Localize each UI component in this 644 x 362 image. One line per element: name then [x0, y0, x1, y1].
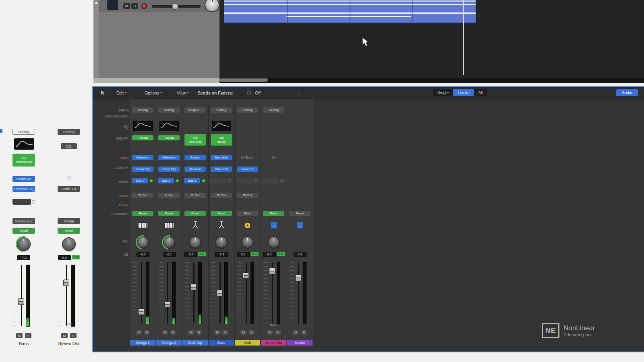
input-slot[interactable]: Sculpt. — [184, 155, 206, 160]
pan-knob[interactable] — [17, 237, 31, 251]
fader-cap[interactable] — [243, 272, 249, 279]
volume-db-value[interactable]: -6.1 — [137, 252, 149, 257]
midi-fx-slot[interactable]: Transposer — [15, 160, 33, 165]
automation-mode-button[interactable]: Read — [58, 228, 80, 234]
sends-on-faders-value[interactable]: Off — [255, 90, 261, 95]
automation-mode-button[interactable]: Read — [263, 211, 284, 216]
input-slot[interactable]: Mellotron — [158, 155, 180, 160]
solo-button[interactable]: S — [248, 330, 255, 335]
channel-setting-button[interactable]: Sculptur… — [184, 107, 206, 113]
channel-name[interactable]: Scul. Arp — [182, 340, 208, 346]
mute-button[interactable]: M — [214, 330, 220, 335]
mute-button[interactable]: M — [61, 333, 68, 338]
automation-mode-button[interactable]: Read — [158, 211, 180, 216]
input-slot[interactable] — [261, 155, 287, 160]
pan-knob[interactable] — [268, 237, 280, 248]
midi-fx-slot[interactable]: Arp — [193, 136, 198, 140]
mute-button[interactable]: M — [293, 330, 299, 335]
audio-fx-slot[interactable]: Channel EQ — [12, 186, 35, 192]
fader-track[interactable] — [167, 262, 168, 323]
fader-cap[interactable] — [18, 298, 24, 305]
audio-fx-slot[interactable]: Chan EQ — [158, 167, 180, 172]
mic-stand-icon[interactable] — [217, 220, 226, 230]
volume-db-value[interactable]: -7.2 — [17, 255, 30, 260]
send-slot[interactable]: Bus 1 — [184, 178, 200, 183]
output-arrow-icon[interactable]: → — [271, 222, 277, 228]
automation-mode-button[interactable]: Read — [12, 228, 35, 234]
fader-cap[interactable] — [269, 268, 275, 274]
audio-fx-slot[interactable]: Chan EQ — [211, 167, 232, 172]
fader-cap[interactable] — [63, 280, 69, 286]
bounce-button[interactable]: Bnce — [261, 323, 287, 327]
audio-fx-slot[interactable]: Space D — [237, 167, 258, 172]
solo-button[interactable]: S — [70, 333, 77, 338]
fader-cap[interactable] — [164, 301, 170, 308]
volume-db-value[interactable]: -3.7 — [184, 252, 197, 257]
eq-thumbnail[interactable] — [212, 121, 231, 131]
audio-fx-slot[interactable]: Audio FX — [58, 186, 80, 192]
segment-tracks[interactable]: Tracks — [453, 89, 474, 96]
channel-name[interactable]: Strings 1 — [130, 340, 155, 346]
mute-button[interactable]: M — [162, 330, 168, 335]
channel-setting-button[interactable]: Setting — [211, 107, 232, 113]
pan-knob[interactable] — [62, 237, 76, 251]
automation-mode-button[interactable]: Read — [184, 211, 206, 216]
solo-button[interactable]: S — [131, 3, 138, 9]
audio-fx-slot[interactable]: Tremolo — [184, 167, 206, 172]
input-format-icon[interactable] — [67, 176, 71, 180]
fader-track[interactable] — [246, 262, 247, 323]
volume-slider[interactable] — [152, 5, 201, 8]
fader-cap[interactable] — [295, 275, 301, 281]
mute-button[interactable]: M — [136, 330, 142, 335]
midi-fx-slot[interactable]: Transp — [132, 135, 153, 140]
solo-button[interactable]: S — [144, 330, 150, 335]
fader-track[interactable] — [193, 262, 195, 323]
mute-button[interactable]: M — [240, 330, 246, 335]
pan-knob[interactable] — [189, 237, 201, 248]
segment-all[interactable]: All — [474, 89, 487, 96]
solo-button[interactable]: S — [222, 330, 228, 335]
automation-mode-button[interactable]: Read — [132, 211, 153, 216]
output-slot[interactable]: St Out — [211, 193, 232, 198]
pan-knob[interactable] — [242, 237, 253, 248]
toolbar-overflow-icon[interactable]: ⋮ — [296, 90, 301, 96]
mute-button[interactable]: M — [16, 333, 23, 338]
output-slot[interactable]: Stereo Out — [12, 218, 35, 224]
send-slot-empty[interactable] — [236, 178, 253, 183]
midi-fx-slot[interactable]: Transp — [158, 135, 180, 140]
eq-slot[interactable]: EQ — [61, 143, 77, 149]
fader-track[interactable] — [66, 265, 67, 326]
solo-button[interactable]: S — [25, 333, 31, 338]
volume-slider-thumb[interactable] — [172, 3, 178, 10]
keyboard-icon[interactable] — [138, 222, 148, 228]
volume-db-value[interactable]: 0.0 — [263, 252, 276, 257]
fader-track[interactable] — [298, 262, 299, 323]
mute-button[interactable]: M — [188, 330, 194, 335]
send-level-knob[interactable] — [202, 179, 205, 183]
output-slot[interactable]: St Out — [237, 193, 258, 198]
eq-thumbnail[interactable] — [133, 121, 153, 131]
mic-stand-icon[interactable] — [191, 220, 199, 230]
filter-audio-button[interactable]: Audio — [616, 89, 638, 96]
pan-knob[interactable] — [137, 237, 149, 248]
track-icon[interactable] — [107, 0, 118, 10]
channel-name[interactable]: Strings 2 — [156, 340, 182, 346]
horizontal-scrollbar-handle[interactable] — [219, 78, 268, 82]
record-enable-button[interactable] — [141, 3, 147, 9]
send-slot-empty[interactable] — [263, 178, 279, 183]
midi-fx-slot[interactable]: Transp. — [216, 140, 226, 144]
volume-db-value[interactable]: -6.1 — [163, 252, 176, 257]
midi-region[interactable] — [224, 0, 476, 23]
output-slot[interactable]: St Out — [158, 193, 180, 198]
fader-cap[interactable] — [191, 284, 197, 290]
midi-fx-slot[interactable]: Arp — [219, 136, 224, 140]
channel-setting-button[interactable]: Setting — [263, 107, 284, 113]
playhead[interactable] — [463, 0, 464, 75]
channel-setting-button[interactable]: Setting — [237, 107, 258, 113]
automation-mode-button[interactable]: Read — [237, 211, 258, 216]
bounce-button[interactable]: Bnce — [56, 322, 81, 325]
solo-button[interactable]: S — [170, 330, 176, 335]
send-level-knob[interactable] — [176, 179, 179, 183]
fader-cap[interactable] — [138, 309, 144, 315]
pan-knob[interactable] — [205, 0, 219, 12]
